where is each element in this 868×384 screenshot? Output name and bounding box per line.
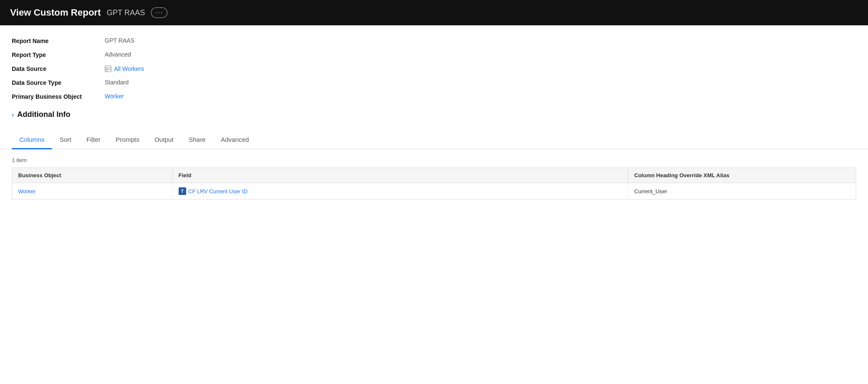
- tab-columns[interactable]: Columns: [12, 131, 52, 149]
- table-header-row: Business Object Field Column Heading Ove…: [12, 168, 856, 183]
- table-icon: [105, 65, 111, 72]
- field-cell-wrap: T CF LRV Current User ID: [179, 187, 622, 195]
- primary-business-object-link[interactable]: Worker: [105, 93, 856, 100]
- chevron-right-icon: ›: [12, 111, 14, 118]
- report-name-value: GPT RAAS: [105, 37, 856, 44]
- report-info-grid: Report Name GPT RAAS Report Type Advance…: [12, 37, 856, 100]
- col-header-business-object: Business Object: [12, 168, 173, 183]
- col-header-alias: Column Heading Override XML Alias: [628, 168, 856, 183]
- header-subtitle: GPT RAAS: [107, 8, 145, 17]
- table-row: Worker T CF LRV Current User ID Current_…: [12, 183, 856, 200]
- main-content: Report Name GPT RAAS Report Type Advance…: [0, 25, 868, 200]
- data-source-label: Data Source: [12, 65, 105, 72]
- data-source-value-wrap: All Workers: [105, 65, 856, 72]
- cell-business-object: Worker: [12, 183, 173, 200]
- field-link[interactable]: CF LRV Current User ID: [188, 188, 248, 195]
- primary-business-object-label: Primary Business Object: [12, 93, 105, 100]
- worker-link[interactable]: Worker: [18, 188, 36, 195]
- page-title: View Custom Report: [10, 7, 101, 18]
- item-count: 1 item: [12, 157, 856, 163]
- more-options-button[interactable]: ···: [151, 7, 167, 18]
- report-type-value: Advanced: [105, 51, 856, 58]
- page-header: View Custom Report GPT RAAS ···: [0, 0, 868, 25]
- columns-data-table: Business Object Field Column Heading Ove…: [12, 168, 856, 200]
- data-source-type-value: Standard: [105, 79, 856, 86]
- tab-output[interactable]: Output: [147, 131, 181, 149]
- data-source-link[interactable]: All Workers: [114, 65, 144, 72]
- additional-info-toggle[interactable]: › Additional Info: [12, 110, 856, 119]
- field-type-badge: T: [179, 187, 186, 195]
- svg-rect-0: [105, 66, 111, 72]
- cell-alias: Current_User: [628, 183, 856, 200]
- additional-info-title: Additional Info: [17, 110, 71, 119]
- data-source-type-label: Data Source Type: [12, 79, 105, 86]
- tab-share[interactable]: Share: [181, 131, 213, 149]
- additional-info-section: › Additional Info: [12, 110, 856, 119]
- cell-field: T CF LRV Current User ID: [172, 183, 628, 200]
- report-type-label: Report Type: [12, 51, 105, 58]
- tab-advanced[interactable]: Advanced: [213, 131, 257, 149]
- report-name-label: Report Name: [12, 37, 105, 44]
- tabs-container: Columns Sort Filter Prompts Output Share…: [0, 131, 868, 149]
- tab-filter[interactable]: Filter: [79, 131, 108, 149]
- columns-table-section: 1 item Business Object Field Column Head…: [12, 149, 856, 200]
- tab-prompts[interactable]: Prompts: [108, 131, 147, 149]
- tab-sort[interactable]: Sort: [52, 131, 79, 149]
- more-options-icon: ···: [155, 9, 163, 16]
- col-header-field: Field: [172, 168, 628, 183]
